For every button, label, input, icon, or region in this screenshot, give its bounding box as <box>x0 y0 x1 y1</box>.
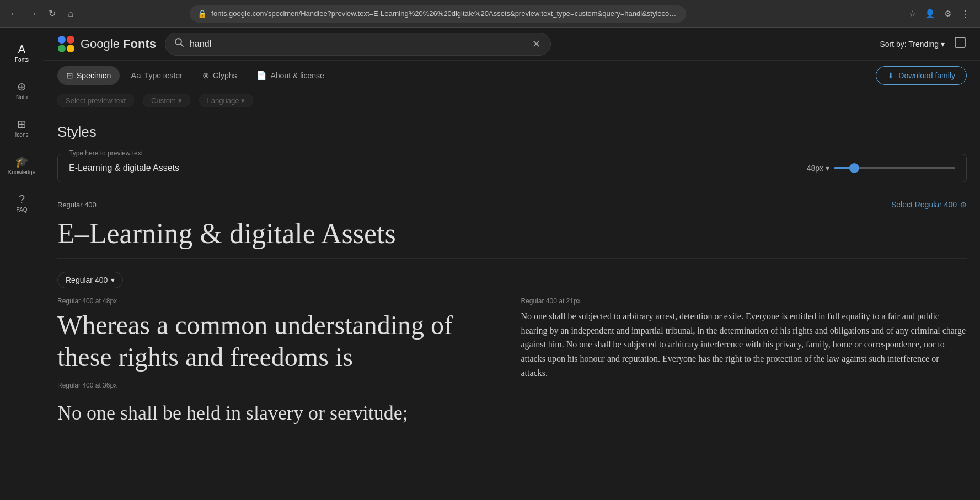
language-label: Language ▾ <box>207 96 245 105</box>
sidebar-label-noto: Noto <box>16 94 28 100</box>
header: Google Fonts ✕ Sort by: Trending ▾ <box>44 28 980 61</box>
tab-glyphs[interactable]: ⊗ Glyphs <box>194 66 246 85</box>
sidebar: A Fonts ⊕ Noto ⊞ Icons 🎓 Knowledge ? FAQ <box>0 28 44 500</box>
sidebar-item-faq[interactable]: ? FAQ <box>6 186 39 219</box>
fonts-icon: A <box>18 44 25 55</box>
sidebar-item-knowledge[interactable]: 🎓 Knowledge <box>6 149 39 182</box>
cart-button[interactable] <box>954 36 967 52</box>
home-button[interactable]: ⌂ <box>63 6 78 21</box>
tab-specimen-label: Specimen <box>77 71 111 80</box>
select-preview-label: Select preview text <box>66 96 126 105</box>
variant-label: Regular 400 <box>66 276 108 284</box>
variant-chevron-icon: ▾ <box>111 276 115 284</box>
search-icon <box>174 37 184 50</box>
about-icon: 📄 <box>256 71 267 80</box>
sort-label: Sort by: Trending <box>880 40 939 49</box>
browser-actions: ☆ 👤 ⚙ ⋮ <box>905 6 973 21</box>
app-layout: A Fonts ⊕ Noto ⊞ Icons 🎓 Knowledge ? FAQ <box>0 28 980 500</box>
custom-button[interactable]: Custom ▾ <box>143 94 190 107</box>
menu-icon[interactable]: ⋮ <box>958 6 973 21</box>
google-logo-icon <box>57 35 75 53</box>
knowledge-icon: 🎓 <box>15 156 29 167</box>
profile-icon[interactable]: 👤 <box>923 6 938 21</box>
size-label: 48px ▾ <box>807 164 829 173</box>
tab-type-tester[interactable]: Aa Type tester <box>122 66 191 85</box>
site-name: Google Fonts <box>81 37 156 51</box>
sidebar-label-fonts: Fonts <box>15 57 29 63</box>
preview-text-input[interactable] <box>69 163 798 173</box>
variant-36-text: No one shall be held in slavery or servi… <box>57 400 504 426</box>
download-family-button[interactable]: ⬇ Download family <box>876 66 967 85</box>
styles-heading: Styles <box>57 123 967 141</box>
tab-about-label: About & license <box>270 71 324 80</box>
noto-icon: ⊕ <box>17 81 26 92</box>
variant-48-label: Regular 400 at 48px <box>57 297 504 305</box>
variant-48-text: Whereas a common understanding of these … <box>57 309 504 373</box>
preview-text-label: Type here to preview text <box>66 149 146 157</box>
size-control: 48px ▾ <box>807 164 955 173</box>
tab-type-tester-label: Type tester <box>144 71 183 80</box>
variant-21-label: Regular 400 at 21px <box>521 297 967 305</box>
sort-button[interactable]: Sort by: Trending ▾ <box>880 40 945 49</box>
sidebar-label-knowledge: Knowledge <box>8 169 35 175</box>
custom-label: Custom ▾ <box>151 96 181 105</box>
font-preview-large: E–Learning & digitale Assets <box>57 218 967 249</box>
size-value: 48px <box>807 164 823 173</box>
search-bar[interactable]: ✕ <box>165 33 551 56</box>
browser-chrome: ← → ↻ ⌂ 🔒 fonts.google.com/specimen/Hand… <box>0 0 980 28</box>
sidebar-item-icons[interactable]: ⊞ Icons <box>6 111 39 144</box>
language-button[interactable]: Language ▾ <box>199 94 253 107</box>
address-bar[interactable]: 🔒 fonts.google.com/specimen/Handlee?prev… <box>190 5 686 23</box>
tab-glyphs-label: Glyphs <box>213 71 237 80</box>
clear-search-button[interactable]: ✕ <box>531 37 542 51</box>
refresh-button[interactable]: ↻ <box>44 6 60 21</box>
back-button[interactable]: ← <box>7 6 22 21</box>
url-text: fonts.google.com/specimen/Handlee?previe… <box>211 9 678 18</box>
style-card-header: Regular 400 Select Regular 400 ⊕ <box>57 196 967 213</box>
svg-rect-6 <box>955 37 965 47</box>
sidebar-item-fonts[interactable]: A Fonts <box>6 36 39 69</box>
lock-icon: 🔒 <box>197 9 207 18</box>
tab-specimen[interactable]: ⊟ Specimen <box>57 66 120 85</box>
size-slider[interactable] <box>834 167 955 169</box>
faq-icon: ? <box>19 193 25 205</box>
style-variant-section: Regular 400 ▾ Regular 400 at 48px Wherea… <box>57 272 967 426</box>
variant-columns: Regular 400 at 48px Whereas a common und… <box>57 297 967 426</box>
glyphs-icon: ⊗ <box>202 71 210 80</box>
svg-point-1 <box>67 36 74 44</box>
add-icon: ⊕ <box>960 200 967 209</box>
svg-point-2 <box>58 45 66 52</box>
sidebar-label-faq: FAQ <box>16 207 27 213</box>
variant-col-right: Regular 400 at 21px No one shall be subj… <box>521 297 967 426</box>
extensions-icon[interactable]: ⚙ <box>940 6 956 21</box>
select-style-label: Select Regular 400 <box>891 200 957 209</box>
search-input[interactable] <box>190 39 526 49</box>
svg-point-0 <box>58 36 66 44</box>
preview-controls: Select preview text Custom ▾ Language ▾ <box>44 90 980 110</box>
forward-button[interactable]: → <box>25 6 41 21</box>
style-variant-header: Regular 400 ▾ <box>57 272 967 288</box>
site-name-suffix: Fonts <box>123 37 156 51</box>
svg-point-3 <box>67 45 74 52</box>
select-regular-400-button[interactable]: Select Regular 400 ⊕ <box>891 200 967 209</box>
main-content: Google Fonts ✕ Sort by: Trending ▾ <box>44 28 980 500</box>
download-family-label: Download family <box>898 71 955 80</box>
variant-21-text: No one shall be subjected to arbitrary a… <box>521 309 967 380</box>
bookmark-icon[interactable]: ☆ <box>905 6 920 21</box>
select-preview-text-button[interactable]: Select preview text <box>57 94 134 107</box>
svg-line-5 <box>180 44 183 47</box>
icons-icon: ⊞ <box>17 119 26 130</box>
sidebar-item-noto[interactable]: ⊕ Noto <box>6 74 39 107</box>
tab-about[interactable]: 📄 About & license <box>248 66 333 85</box>
header-actions: Sort by: Trending ▾ <box>880 36 967 52</box>
size-chevron-icon: ▾ <box>826 164 829 173</box>
site-name-prefix: Google <box>81 37 120 51</box>
style-card-divider <box>57 258 967 259</box>
preview-text-section: Type here to preview text 48px ▾ <box>57 154 967 182</box>
sort-chevron-icon: ▾ <box>941 40 945 49</box>
variant-dropdown-button[interactable]: Regular 400 ▾ <box>57 272 123 288</box>
specimen-icon: ⊟ <box>66 71 73 80</box>
style-name-label: Regular 400 <box>57 201 97 209</box>
tabs-bar: ⊟ Specimen Aa Type tester ⊗ Glyphs 📄 Abo… <box>44 61 980 90</box>
variant-36-label: Regular 400 at 36px <box>57 381 504 389</box>
